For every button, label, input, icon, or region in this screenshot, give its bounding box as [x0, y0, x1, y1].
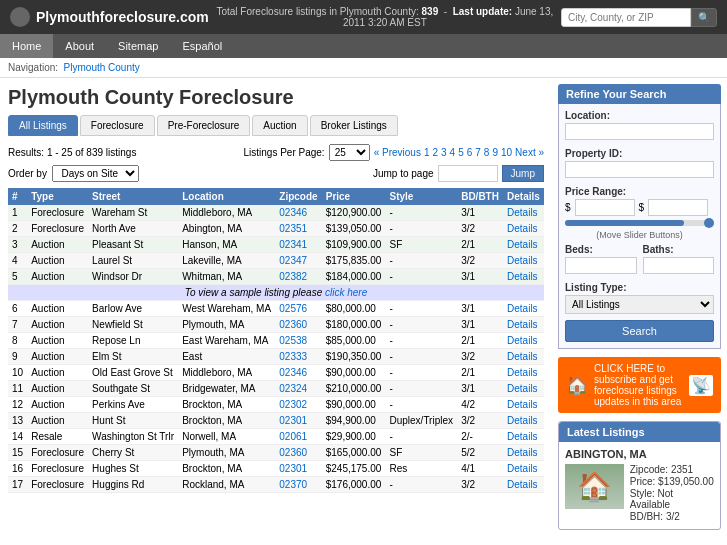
- zip-link[interactable]: 02302: [279, 399, 307, 410]
- details-link[interactable]: Details: [507, 415, 538, 426]
- tab-foreclosure[interactable]: Foreclosure: [80, 115, 155, 136]
- col-bdbth: BD/BTH: [457, 188, 503, 205]
- beds-input[interactable]: [565, 257, 637, 274]
- zip-link[interactable]: 02301: [279, 463, 307, 474]
- tab-auction[interactable]: Auction: [252, 115, 307, 136]
- table-row: 10 Auction Old East Grove St Middleboro,…: [8, 365, 544, 381]
- tab-pre-foreclosure[interactable]: Pre-Foreclosure: [157, 115, 251, 136]
- search-button[interactable]: 🔍: [691, 8, 717, 27]
- results-count: Results: 1 - 25 of 839 listings: [8, 147, 136, 158]
- property-id-input[interactable]: [565, 161, 714, 178]
- details-link[interactable]: Details: [507, 223, 538, 234]
- cell-location: Bridgewater, MA: [178, 381, 275, 397]
- tab-all-listings[interactable]: All Listings: [8, 115, 78, 136]
- zip-link[interactable]: 02346: [279, 207, 307, 218]
- price-to-input[interactable]: [648, 199, 708, 216]
- zip-link[interactable]: 02061: [279, 431, 307, 442]
- nav-item-espanol[interactable]: Español: [170, 34, 234, 58]
- zip-link[interactable]: 02341: [279, 239, 307, 250]
- cell-type: Auction: [27, 237, 88, 253]
- sample-row: To view a sample listing please click he…: [8, 285, 544, 301]
- prev-page[interactable]: « Previous: [374, 147, 421, 158]
- nav-item-about[interactable]: About: [53, 34, 106, 58]
- price-from-input[interactable]: [575, 199, 635, 216]
- page-6[interactable]: 6: [467, 147, 473, 158]
- details-link[interactable]: Details: [507, 207, 538, 218]
- cell-bdbth: 4/1: [457, 461, 503, 477]
- details-link[interactable]: Details: [507, 463, 538, 474]
- results-bar: Results: 1 - 25 of 839 listings Listings…: [8, 144, 544, 161]
- page-9[interactable]: 9: [492, 147, 498, 158]
- cell-zip: 02346: [275, 205, 321, 221]
- sample-link[interactable]: click here: [325, 287, 367, 298]
- table-row: 6 Auction Barlow Ave West Wareham, MA 02…: [8, 301, 544, 317]
- zip-link[interactable]: 02360: [279, 447, 307, 458]
- price-slider[interactable]: (Move Slider Buttons): [565, 220, 714, 240]
- zip-link[interactable]: 02347: [279, 255, 307, 266]
- details-link[interactable]: Details: [507, 319, 538, 330]
- order-select[interactable]: Days on Site Price Location: [52, 165, 139, 182]
- page-5[interactable]: 5: [458, 147, 464, 158]
- cell-location: Brockton, MA: [178, 461, 275, 477]
- details-link[interactable]: Details: [507, 271, 538, 282]
- jump-input[interactable]: [438, 165, 498, 182]
- jump-button[interactable]: Jump: [502, 165, 544, 182]
- details-link[interactable]: Details: [507, 335, 538, 346]
- table-row: 12 Auction Perkins Ave Brockton, MA 0230…: [8, 397, 544, 413]
- zip-link[interactable]: 02360: [279, 319, 307, 330]
- cell-location: Middleboro, MA: [178, 205, 275, 221]
- page-3[interactable]: 3: [441, 147, 447, 158]
- details-link[interactable]: Details: [507, 399, 538, 410]
- details-link[interactable]: Details: [507, 351, 538, 362]
- cell-price: $165,000.00: [322, 445, 386, 461]
- page-4[interactable]: 4: [450, 147, 456, 158]
- baths-input[interactable]: [643, 257, 715, 274]
- cell-style: -: [385, 253, 457, 269]
- details-link[interactable]: Details: [507, 383, 538, 394]
- page-10[interactable]: 10: [501, 147, 512, 158]
- subscribe-banner[interactable]: 🏠 CLICK HERE to subscribe and get forecl…: [558, 357, 721, 413]
- nav-item-sitemap[interactable]: Sitemap: [106, 34, 170, 58]
- nav-item-home[interactable]: Home: [0, 34, 53, 58]
- details-link[interactable]: Details: [507, 431, 538, 442]
- cell-num: 10: [8, 365, 27, 381]
- details-link[interactable]: Details: [507, 303, 538, 314]
- zip-link[interactable]: 02382: [279, 271, 307, 282]
- zip-link[interactable]: 02324: [279, 383, 307, 394]
- page-2[interactable]: 2: [432, 147, 438, 158]
- cell-bdbth: 3/2: [457, 253, 503, 269]
- listing-type-group: All Listings Foreclosure Auction Pre-For…: [565, 295, 714, 314]
- details-link[interactable]: Details: [507, 367, 538, 378]
- slider-hint: (Move Slider Buttons): [565, 230, 714, 240]
- listing-type-select[interactable]: All Listings Foreclosure Auction Pre-For…: [565, 295, 714, 314]
- breadcrumb-link[interactable]: Plymouth County: [64, 62, 140, 73]
- zip-link[interactable]: 02538: [279, 335, 307, 346]
- details-link[interactable]: Details: [507, 479, 538, 490]
- cell-details: Details: [503, 477, 544, 493]
- page-1[interactable]: 1: [424, 147, 430, 158]
- tab-broker-listings[interactable]: Broker Listings: [310, 115, 398, 136]
- site-logo: Plymouthforeclosure.com: [10, 7, 209, 27]
- location-input[interactable]: [565, 123, 714, 140]
- zip-link[interactable]: 02351: [279, 223, 307, 234]
- details-link[interactable]: Details: [507, 255, 538, 266]
- next-page[interactable]: Next »: [515, 147, 544, 158]
- cell-type: Auction: [27, 381, 88, 397]
- per-page-select[interactable]: 2550100: [329, 144, 370, 161]
- search-refine-button[interactable]: Search: [565, 320, 714, 342]
- table-row: 11 Auction Southgate St Bridgewater, MA …: [8, 381, 544, 397]
- cell-type: Foreclosure: [27, 461, 88, 477]
- page-7[interactable]: 7: [475, 147, 481, 158]
- page-8[interactable]: 8: [484, 147, 490, 158]
- zip-link[interactable]: 02346: [279, 367, 307, 378]
- latest-content: ABINGTON, MA Zipcode: 2351 Price: $139,0…: [559, 442, 720, 529]
- zip-link[interactable]: 02370: [279, 479, 307, 490]
- cell-style: SF: [385, 237, 457, 253]
- slider-thumb[interactable]: [704, 218, 714, 228]
- zip-link[interactable]: 02576: [279, 303, 307, 314]
- details-link[interactable]: Details: [507, 239, 538, 250]
- search-input[interactable]: [561, 8, 691, 27]
- zip-link[interactable]: 02301: [279, 415, 307, 426]
- zip-link[interactable]: 02333: [279, 351, 307, 362]
- details-link[interactable]: Details: [507, 447, 538, 458]
